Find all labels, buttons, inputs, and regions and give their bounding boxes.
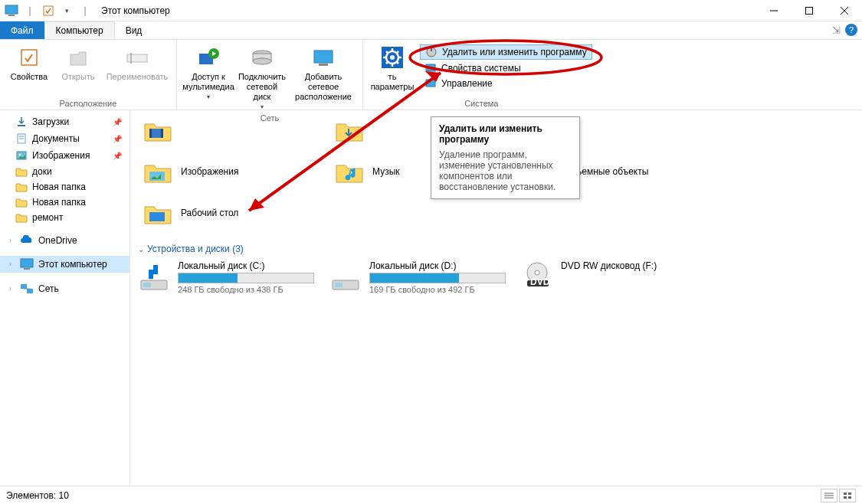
minimize-button[interactable]: [756, 0, 792, 21]
svg-rect-50: [153, 265, 158, 270]
quick-access-toolbar: | ▾ |: [0, 2, 97, 19]
svg-rect-4: [806, 7, 813, 14]
svg-rect-44: [149, 129, 152, 138]
manage-icon: [424, 77, 437, 90]
add-network-icon: [311, 44, 336, 70]
ribbon-tabs: Файл Компьютер Вид ⇲ ?: [0, 21, 862, 40]
tooltip: Удалить или изменить программу Удаление …: [431, 116, 580, 199]
close-button[interactable]: [827, 0, 862, 21]
svg-rect-65: [848, 493, 851, 495]
onedrive-icon: [20, 235, 34, 246]
downloads-folder-icon: [334, 115, 365, 146]
status-bar: Элементов: 10: [0, 486, 862, 504]
add-network-location-button[interactable]: Добавить сетевое расположение: [289, 43, 358, 103]
title-bar: | ▾ | Этот компьютер: [0, 0, 862, 21]
properties-icon: [18, 44, 40, 70]
maximize-button[interactable]: [792, 0, 827, 21]
window-title: Этот компьютер: [97, 5, 170, 16]
drive-d[interactable]: Локальный диск (D:) 169 ГБ свободно из 4…: [329, 260, 506, 294]
qat-separator: |: [21, 2, 38, 19]
open-button[interactable]: Открыть: [54, 43, 103, 83]
sidebar-item-remont[interactable]: ремонт: [0, 210, 129, 225]
svg-rect-16: [319, 64, 328, 66]
tab-view[interactable]: Вид: [115, 21, 153, 39]
folder-item-pictures[interactable]: Изображения: [138, 153, 329, 190]
icons-view-button[interactable]: [839, 489, 856, 502]
folder-icon: [15, 212, 28, 223]
chevron-right-icon[interactable]: ›: [9, 285, 15, 293]
properties-qat-icon[interactable]: [40, 2, 57, 19]
svg-rect-53: [149, 274, 153, 279]
ribbon: Свойства Открыть Переименовать Расположе…: [0, 40, 862, 110]
collapse-ribbon-icon[interactable]: ⇲: [832, 25, 841, 36]
navigation-pane[interactable]: Загрузки 📌 Документы 📌 Изображения 📌 док…: [0, 110, 130, 486]
svg-rect-39: [24, 268, 30, 270]
map-drive-button[interactable]: Подключить сетевой диск ▾: [235, 43, 289, 112]
sidebar-item-this-pc[interactable]: › Этот компьютер: [0, 256, 129, 273]
sidebar-item-new-folder-2[interactable]: Новая папка: [0, 195, 129, 210]
media-access-button[interactable]: Доступ к мультимедиа ▾: [182, 43, 235, 102]
svg-rect-38: [21, 259, 33, 267]
details-view-button[interactable]: [821, 489, 837, 502]
sidebar-item-network[interactable]: › Сеть: [0, 280, 129, 297]
sidebar-item-new-folder-1[interactable]: Новая папка: [0, 179, 129, 195]
system-properties-icon: [424, 62, 437, 74]
drive-dvd[interactable]: DVD DVD RW дисковод (F:): [521, 260, 697, 294]
tab-computer[interactable]: Компьютер: [44, 21, 115, 39]
folder-item[interactable]: [138, 112, 329, 149]
svg-rect-51: [149, 270, 153, 274]
svg-point-37: [19, 154, 21, 156]
chevron-down-icon: ⌄: [138, 245, 144, 254]
desktop-folder-icon: [143, 198, 173, 228]
devices-drives-header[interactable]: ⌄ Устройства и диски (3): [138, 236, 854, 260]
sidebar-item-documents[interactable]: Документы 📌: [0, 130, 129, 147]
chevron-right-icon[interactable]: ›: [9, 260, 15, 268]
pin-icon: 📌: [113, 152, 126, 160]
drive-usage-bar: [178, 273, 314, 283]
sidebar-item-doki[interactable]: доки: [0, 164, 129, 179]
ribbon-group-location: Свойства Открыть Переименовать Расположе…: [0, 40, 177, 110]
folder-icon: [15, 166, 28, 177]
window-controls: [756, 0, 862, 21]
svg-point-57: [535, 270, 539, 275]
tab-file[interactable]: Файл: [0, 21, 44, 39]
system-properties-button[interactable]: Свойства системы: [420, 61, 592, 75]
drive-c[interactable]: Локальный диск (C:) 248 ГБ свободно из 4…: [138, 260, 314, 294]
svg-point-14: [253, 58, 271, 64]
folder-item-desktop[interactable]: Рабочий стол: [138, 195, 329, 231]
sidebar-item-pictures[interactable]: Изображения 📌: [0, 147, 129, 164]
videos-folder-icon: [143, 115, 173, 146]
svg-rect-1: [8, 15, 15, 16]
svg-rect-29: [431, 47, 432, 51]
svg-rect-55: [335, 283, 343, 287]
svg-rect-49: [143, 283, 151, 287]
qat-separator2: |: [77, 2, 93, 19]
this-pc-icon[interactable]: [3, 2, 20, 19]
item-count: Элементов: 10: [6, 490, 69, 501]
uninstall-icon: [425, 46, 438, 58]
svg-text:DVD: DVD: [530, 277, 550, 287]
rename-button[interactable]: Переименовать: [103, 43, 172, 83]
svg-rect-41: [27, 289, 33, 293]
hdd-icon: [138, 260, 170, 293]
properties-button[interactable]: Свойства: [5, 43, 54, 83]
sidebar-item-downloads[interactable]: Загрузки 📌: [0, 113, 129, 130]
qat-dropdown-icon[interactable]: ▾: [58, 2, 75, 19]
manage-button[interactable]: Управление: [420, 77, 592, 90]
chevron-right-icon[interactable]: ›: [9, 237, 15, 244]
svg-rect-45: [161, 129, 163, 138]
open-settings-button[interactable]: ть параметры: [368, 43, 417, 93]
svg-rect-0: [5, 5, 18, 14]
svg-rect-64: [844, 493, 847, 495]
uninstall-program-button[interactable]: Удалить или изменить программу: [420, 44, 592, 60]
folder-icon: [15, 197, 28, 208]
help-icon[interactable]: ?: [845, 24, 857, 36]
pin-icon: 📌: [113, 135, 126, 143]
sidebar-item-onedrive[interactable]: › OneDrive: [0, 233, 129, 248]
svg-rect-46: [149, 172, 165, 181]
dvd-drive-icon: DVD: [521, 260, 553, 293]
network-icon: [20, 283, 34, 295]
svg-rect-7: [21, 50, 37, 65]
music-folder-icon: [334, 156, 365, 187]
svg-rect-32: [18, 125, 25, 126]
